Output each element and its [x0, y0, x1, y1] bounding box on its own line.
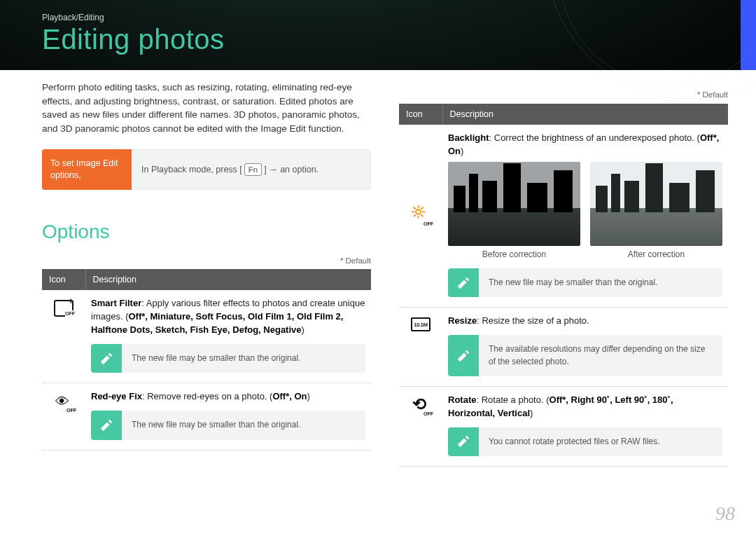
note-text: The new file may be smaller than the ori… [122, 344, 365, 373]
table-row: Backlight: Correct the brightness of an … [399, 125, 728, 308]
row-title: Red-eye Fix [91, 391, 142, 401]
row-opts: Off*, Miniature, Soft Focus, Old Film 1,… [91, 311, 343, 335]
pen-icon [448, 427, 479, 456]
setbox-suffix: ] → an option. [264, 163, 318, 176]
photo-after [590, 162, 722, 246]
pen-icon [91, 411, 122, 439]
th-icon: Icon [399, 104, 442, 125]
page-title: Editing photos [42, 24, 225, 55]
row-tail: ) [461, 146, 463, 156]
note-text: The new file may be smaller than the ori… [479, 268, 722, 297]
pen-icon [448, 335, 479, 376]
note-box: The new file may be smaller than the ori… [448, 268, 722, 297]
th-desc: Description [85, 269, 371, 290]
row-title: Backlight [448, 132, 489, 143]
backlight-icon [411, 205, 430, 222]
set-options-body: In Playback mode, press [ Fn ] → an opti… [132, 149, 371, 190]
fn-key: Fn [244, 163, 262, 176]
th-desc: Description [442, 104, 728, 125]
page-number: 98 [715, 502, 735, 525]
options-table-right: Icon Description Backlight: Correct the … [399, 104, 728, 467]
row-body: : Resize the size of a photo. [477, 315, 589, 326]
rotate-icon [411, 397, 430, 413]
set-options-label: To set Image Edit options, [42, 149, 132, 190]
table-row: Red-eye Fix: Remove red-eyes on a photo.… [42, 383, 371, 450]
note-box: The new file may be smaller than the ori… [91, 411, 365, 439]
row-body: : Correct the brightness of an underexpo… [489, 132, 700, 143]
comparison-photos: Before correction After correction [448, 162, 722, 261]
caption-before: Before correction [448, 249, 580, 261]
note-box: The available resolutions may differ dep… [448, 335, 722, 376]
left-column: Perform photo editing tasks, such as res… [42, 81, 371, 508]
th-icon: Icon [42, 269, 85, 290]
row-body: : Remove red-eyes on a photo. ( [142, 391, 272, 401]
content-area: Perform photo editing tasks, such as res… [42, 81, 728, 508]
setbox-prefix: In Playback mode, press [ [141, 163, 242, 176]
red-eye-icon [54, 393, 74, 410]
default-note-left: * Default [42, 255, 371, 267]
pen-icon [448, 268, 479, 297]
note-text: The available resolutions may differ dep… [479, 335, 722, 376]
options-table-left: Icon Description Smart Filter: Apply var… [42, 269, 371, 450]
row-body: : Rotate a photo. ( [476, 394, 549, 405]
set-options-box: To set Image Edit options, In Playback m… [42, 149, 371, 190]
row-tail: ) [530, 408, 533, 418]
breadcrumb: Playback/Editing [42, 13, 104, 22]
note-box: The new file may be smaller than the ori… [91, 344, 365, 373]
right-column: * Default Icon Description Backlight: Co… [399, 81, 728, 508]
header-accent [741, 0, 756, 70]
options-heading: Options [42, 218, 371, 247]
note-text: You cannot rotate protected files or RAW… [479, 427, 722, 456]
row-tail: ) [307, 391, 310, 401]
default-note-right: * Default [399, 89, 728, 101]
row-title: Smart Filter [91, 298, 141, 308]
row-title: Resize [448, 315, 477, 326]
table-row: Rotate: Rotate a photo. (Off*, Right 90˚… [399, 386, 728, 466]
row-tail: ) [302, 324, 304, 335]
intro-text: Perform photo editing tasks, such as res… [42, 81, 371, 135]
caption-after: After correction [590, 249, 722, 261]
table-row: Smart Filter: Apply various filter effec… [42, 290, 371, 383]
row-title: Rotate [448, 394, 476, 405]
resize-icon [411, 317, 430, 331]
note-box: You cannot rotate protected files or RAW… [448, 427, 722, 456]
row-opts: Off*, On [272, 391, 307, 401]
note-text: The new file may be smaller than the ori… [122, 411, 365, 439]
smart-filter-icon [54, 300, 74, 317]
photo-before [448, 162, 580, 246]
pen-icon [91, 344, 122, 373]
table-row: Resize: Resize the size of a photo. The … [399, 308, 728, 387]
